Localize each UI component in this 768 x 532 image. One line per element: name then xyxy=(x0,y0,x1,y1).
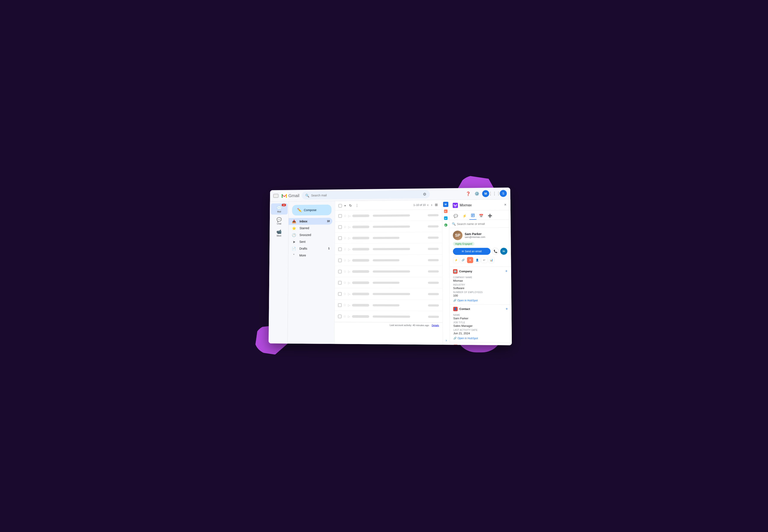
important-icon-3[interactable]: ▷ xyxy=(348,236,350,240)
nav-item-sent[interactable]: ➤ Sent xyxy=(288,238,332,245)
company-hubspot-link[interactable]: 🔗 Open in HubSpot xyxy=(453,299,508,302)
contact-section: SP Sam Parker sam@mixmax.com Highly Enga… xyxy=(449,228,511,267)
important-icon-6[interactable]: ▷ xyxy=(348,270,350,273)
star-icon-10[interactable]: ☆ xyxy=(343,314,346,318)
important-icon-8[interactable]: ▷ xyxy=(348,292,350,295)
prev-page-button[interactable]: ‹ xyxy=(426,202,429,208)
email-row[interactable]: ☆ ▷ xyxy=(335,210,442,221)
star-icon-7[interactable]: ☆ xyxy=(343,281,346,285)
nav-item-drafts[interactable]: 📄 Drafts 1 xyxy=(288,245,332,252)
star-icon-6[interactable]: ☆ xyxy=(343,269,346,273)
email-row[interactable]: ☆ ▷ xyxy=(335,243,442,255)
contact-avatar-placeholder: SP xyxy=(453,230,463,240)
email-checkbox-2[interactable] xyxy=(338,225,342,229)
gmail-search-bar[interactable]: 🔍 ⚙ xyxy=(302,190,430,200)
settings-button[interactable]: ⚙️ xyxy=(473,190,480,197)
contact-hubspot-link[interactable]: 🔗 Open in HubSpot xyxy=(453,337,508,340)
search-filter-icon[interactable]: ⚙ xyxy=(423,192,426,197)
view-toggle-button[interactable]: ⊞ xyxy=(434,202,438,208)
next-page-button[interactable]: › xyxy=(430,202,433,208)
email-checkbox-4[interactable] xyxy=(338,247,342,251)
details-link[interactable]: Details xyxy=(432,324,439,327)
email-row[interactable]: ☆ ▷ xyxy=(335,299,442,311)
company-add-button[interactable]: + xyxy=(505,269,507,273)
email-checkbox-7[interactable] xyxy=(338,281,342,284)
mixmax-outer-expand[interactable]: › xyxy=(444,338,449,343)
compose-button[interactable]: ✏️ Compose xyxy=(292,205,331,216)
star-icon-4[interactable]: ☆ xyxy=(343,247,346,251)
mixmax-search-input[interactable] xyxy=(457,222,508,226)
email-row[interactable]: ☆ ▷ xyxy=(334,311,442,322)
select-dropdown-button[interactable]: ▾ xyxy=(343,203,347,208)
tool-hubspot[interactable]: H xyxy=(467,257,473,263)
sidebar-item-chat[interactable]: 💬 Chat xyxy=(270,215,287,226)
mixmax-header-button[interactable]: M xyxy=(482,190,489,197)
tab-contact[interactable] xyxy=(469,212,476,219)
tab-add[interactable]: ➕ xyxy=(486,212,494,219)
email-checkbox-3[interactable] xyxy=(338,236,342,240)
deals-add-button[interactable]: › xyxy=(507,345,508,345)
nav-item-snoozed[interactable]: 🕐 Snoozed xyxy=(288,231,332,238)
email-checkbox-1[interactable] xyxy=(338,214,342,218)
mixmax-outer-salesforce[interactable]: SF xyxy=(443,215,448,221)
email-checkbox-5[interactable] xyxy=(338,259,342,262)
time-skeleton-3 xyxy=(428,236,439,238)
tool-lightning[interactable]: ⚡ xyxy=(453,257,459,263)
tab-lightning[interactable]: ⚡ xyxy=(461,212,469,220)
user-avatar[interactable]: S xyxy=(500,190,507,197)
nav-item-more[interactable]: ˅ More xyxy=(288,252,332,259)
tab-calendar[interactable]: 📅 xyxy=(477,212,485,219)
important-icon-1[interactable]: ▷ xyxy=(348,214,350,218)
email-row[interactable]: ☆ ▷ xyxy=(335,288,442,300)
star-icon-8[interactable]: ☆ xyxy=(343,292,346,296)
email-checkbox-9[interactable] xyxy=(338,303,341,307)
star-icon-9[interactable]: ☆ xyxy=(343,303,346,307)
select-all-checkbox[interactable] xyxy=(338,204,342,207)
important-icon-5[interactable]: ▷ xyxy=(348,259,350,262)
tool-chart[interactable]: 📊 xyxy=(488,257,494,263)
send-email-button[interactable]: ✉ Send an email xyxy=(453,248,490,255)
email-checkbox-10[interactable] xyxy=(338,314,341,318)
sidebar-item-mail[interactable]: 10 ✉️ Mail xyxy=(271,203,288,214)
sidebar-item-meet[interactable]: 📹 Meet xyxy=(270,227,287,238)
contact-name-label: NAME xyxy=(453,314,508,316)
star-icon-1[interactable]: ☆ xyxy=(343,214,347,218)
mixmax-outer-icon3[interactable]: G xyxy=(443,222,448,227)
email-row[interactable]: ☆ ▷ xyxy=(335,221,442,233)
contact-detail-add-button[interactable]: + xyxy=(506,307,508,311)
mixmax-outer-logo[interactable]: M xyxy=(443,202,448,207)
hamburger-menu-button[interactable] xyxy=(273,194,278,198)
important-icon-7[interactable]: ▷ xyxy=(348,281,350,284)
email-checkbox-6[interactable] xyxy=(338,270,342,273)
nav-item-inbox[interactable]: 📥 Inbox 10 xyxy=(288,218,332,225)
important-icon-10[interactable]: ▷ xyxy=(348,314,350,318)
nav-item-starred[interactable]: ⭐ Starred xyxy=(288,224,332,232)
sender-skeleton-3 xyxy=(352,237,369,239)
contact-row: SP Sam Parker sam@mixmax.com xyxy=(453,230,507,240)
help-button[interactable]: ❓ xyxy=(464,190,472,197)
google-apps-button[interactable]: ⋮⋮⋮ xyxy=(491,190,498,197)
important-icon-9[interactable]: ▷ xyxy=(348,303,350,307)
linkedin-button[interactable]: in xyxy=(500,248,507,254)
refresh-button[interactable]: ↻ xyxy=(348,203,353,208)
tool-undo[interactable]: ↩ xyxy=(481,257,487,263)
call-button[interactable]: 📞 xyxy=(492,248,499,255)
important-icon-2[interactable]: ▷ xyxy=(348,225,350,229)
gmail-search-input[interactable] xyxy=(311,192,421,197)
mixmax-close-button[interactable]: × xyxy=(504,202,507,207)
tab-chat[interactable]: 💬 xyxy=(452,212,460,220)
tool-link[interactable]: 🔗 xyxy=(460,257,466,263)
email-row[interactable]: ☆ ▷ xyxy=(335,254,442,266)
mixmax-outer-hubspot[interactable]: H xyxy=(443,208,448,214)
subject-skeleton xyxy=(373,270,410,272)
star-icon-5[interactable]: ☆ xyxy=(343,258,346,262)
email-row[interactable]: ☆ ▷ xyxy=(335,232,442,244)
star-icon-3[interactable]: ☆ xyxy=(343,236,346,240)
email-row[interactable]: ☆ ▷ xyxy=(335,266,442,277)
more-actions-button[interactable]: ⋮ xyxy=(354,202,359,208)
star-icon-2[interactable]: ☆ xyxy=(343,225,347,229)
email-checkbox-8[interactable] xyxy=(338,292,342,295)
tool-person[interactable]: 👤 xyxy=(474,257,480,263)
email-row[interactable]: ☆ ▷ xyxy=(335,277,442,288)
important-icon-4[interactable]: ▷ xyxy=(348,247,350,251)
